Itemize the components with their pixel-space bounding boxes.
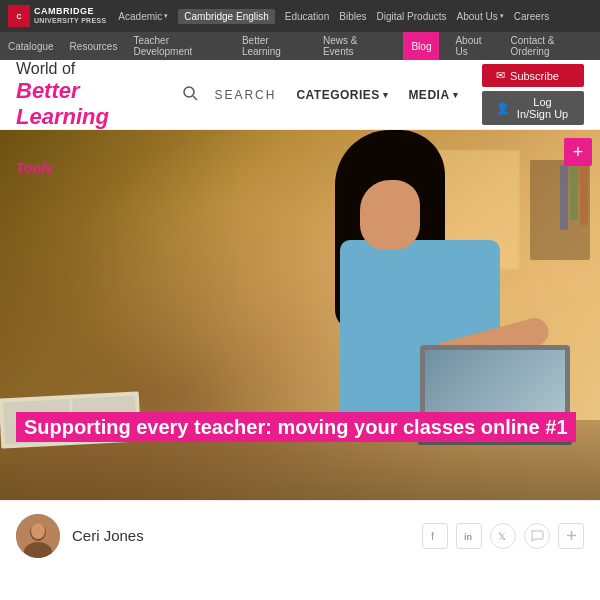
nav-better-learning[interactable]: Better Learning <box>242 35 307 57</box>
comment-icon[interactable] <box>524 523 550 549</box>
book-decor-1 <box>580 165 588 225</box>
category-tag[interactable]: Tools <box>16 160 53 176</box>
brand-actions: ✉ Subscribe 👤 Log In/Sign Up <box>482 64 584 125</box>
brand-bar: World of Better Learning SEARCH CATEGORI… <box>0 60 600 130</box>
search-button[interactable]: SEARCH <box>206 84 284 106</box>
logo-text: CAMBRIDGE UNIVERSITY PRESS <box>34 7 106 25</box>
avatar-image <box>16 514 60 558</box>
book-decor-2 <box>570 165 578 220</box>
top-navigation: C CAMBRIDGE UNIVERSITY PRESS Academic ▾ … <box>0 0 600 32</box>
brand-logo[interactable]: World of Better Learning <box>16 59 154 131</box>
logo-icon: C <box>8 5 30 27</box>
author-bar: Ceri Jones f in 𝕏 <box>0 500 600 570</box>
chevron-down-icon: ▾ <box>164 12 168 20</box>
login-button[interactable]: 👤 Log In/Sign Up <box>482 91 584 125</box>
brand-learning-span: Learning <box>16 104 109 129</box>
hero-scene <box>0 130 600 500</box>
book-decor-3 <box>560 165 568 230</box>
nav-bibles[interactable]: Bibles <box>339 11 366 22</box>
cambridge-logo[interactable]: C CAMBRIDGE UNIVERSITY PRESS <box>8 5 106 27</box>
nav-digital-products[interactable]: Digital Products <box>377 11 447 22</box>
media-button[interactable]: MEDIA ▾ <box>400 84 466 106</box>
svg-text:f: f <box>431 530 435 542</box>
nav-blog[interactable]: Blog <box>403 32 439 60</box>
nav-cambridge-english[interactable]: Cambridge English <box>178 9 275 24</box>
user-icon: 👤 <box>496 102 510 115</box>
author-name: Ceri Jones <box>72 527 144 544</box>
nav-education[interactable]: Education <box>285 11 329 22</box>
twitter-icon[interactable]: 𝕏 <box>490 523 516 549</box>
email-icon: ✉ <box>496 69 505 82</box>
hero-section: + Tools Supporting every teacher: moving… <box>0 130 600 500</box>
add-icon[interactable] <box>558 523 584 549</box>
nav-news-events[interactable]: News & Events <box>323 35 387 57</box>
nav-academic[interactable]: Academic ▾ <box>118 11 168 22</box>
article-title[interactable]: Supporting every teacher: moving your cl… <box>16 412 576 442</box>
nav-careers[interactable]: Careers <box>514 11 550 22</box>
nav-catalogue[interactable]: Catalogue <box>8 41 54 52</box>
chevron-down-icon-2: ▾ <box>500 12 504 20</box>
nav-resources[interactable]: Resources <box>70 41 118 52</box>
plus-button[interactable]: + <box>564 138 592 166</box>
chevron-down-icon-3: ▾ <box>383 90 389 100</box>
brand-better-learning-text: Better Learning <box>16 78 154 131</box>
chevron-down-icon-4: ▾ <box>453 90 459 100</box>
nav-teacher-development[interactable]: Teacher Development <box>133 35 226 57</box>
top-nav-links: Academic ▾ Cambridge English Education B… <box>118 9 592 24</box>
brand-nav: SEARCH CATEGORIES ▾ MEDIA ▾ <box>178 81 466 108</box>
nav-about-us-secondary[interactable]: About Us <box>455 35 494 57</box>
nav-about-us[interactable]: About Us ▾ <box>457 11 504 22</box>
subscribe-button[interactable]: ✉ Subscribe <box>482 64 584 87</box>
brand-world-text: World of <box>16 59 154 78</box>
author-avatar <box>16 514 60 558</box>
person-face <box>360 180 420 250</box>
facebook-icon[interactable]: f <box>422 523 448 549</box>
article-title-wrap: Supporting every teacher: moving your cl… <box>0 414 600 440</box>
linkedin-icon[interactable]: in <box>456 523 482 549</box>
svg-point-2 <box>184 87 194 97</box>
nav-contact-ordering[interactable]: Contact & Ordering <box>511 35 592 57</box>
svg-text:C: C <box>16 13 21 20</box>
categories-button[interactable]: CATEGORIES ▾ <box>288 84 396 106</box>
svg-point-7 <box>31 523 45 539</box>
brand-better-span: Better <box>16 78 80 103</box>
svg-text:𝕏: 𝕏 <box>498 531 506 542</box>
social-icons: f in 𝕏 <box>422 523 584 549</box>
svg-line-3 <box>193 96 197 100</box>
second-navigation: Catalogue Resources Teacher Development … <box>0 32 600 60</box>
svg-text:in: in <box>464 532 472 542</box>
search-icon[interactable] <box>178 81 202 108</box>
